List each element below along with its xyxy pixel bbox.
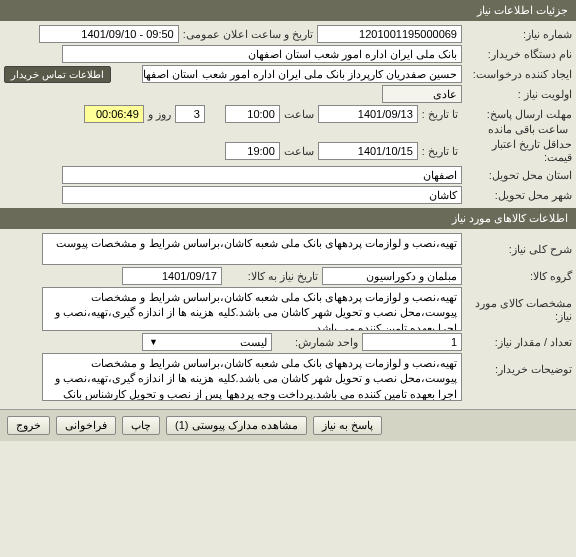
need-no-label: شماره نیاز: xyxy=(462,28,572,41)
group-field[interactable]: مبلمان و دکوراسیون xyxy=(322,267,462,285)
contact-buyer-button[interactable]: اطلاعات تماس خریدار xyxy=(4,66,111,83)
spec-field[interactable]: تهیه،نصب و لوازمات پردههای بانک ملی شعبه… xyxy=(42,287,462,331)
exit-button[interactable]: خروج xyxy=(7,416,50,435)
until-label-2: تا تاریخ : xyxy=(418,145,462,158)
details-header: جزئیات اطلاعات نیاز xyxy=(0,0,576,21)
deadline-time-field[interactable]: 10:00 xyxy=(225,105,280,123)
need-no-field[interactable]: 1201001195000069 xyxy=(317,25,462,43)
buyer-notes-label: توضیحات خریدار: xyxy=(462,353,572,376)
need-date-field[interactable]: 1401/09/17 xyxy=(122,267,222,285)
countdown-field: 00:06:49 xyxy=(84,105,144,123)
desc-field[interactable]: تهیه،نصب و لوازمات پردههای بانک ملی شعبه… xyxy=(42,233,462,265)
province-field[interactable]: اصفهان xyxy=(62,166,462,184)
remaining-label: ساعت باقی مانده xyxy=(484,123,572,136)
need-date-label: تاریخ نیاز به کالا: xyxy=(222,270,322,283)
deadline-label: مهلت ارسال پاسخ: xyxy=(462,108,572,121)
time-label-1: ساعت xyxy=(280,108,318,121)
clipboard-button[interactable]: فراخوانی xyxy=(56,416,116,435)
province-label: استان محل تحویل: xyxy=(462,169,572,182)
creator-field[interactable]: حسین صفدریان کارپرداز بانک ملی ایران ادا… xyxy=(142,65,462,83)
respond-button[interactable]: پاسخ به نیاز xyxy=(313,416,382,435)
until-time-field[interactable]: 19:00 xyxy=(225,142,280,160)
buyer-notes-field[interactable]: تهیه،نصب و لوازمات پردههای بانک ملی شعبه… xyxy=(42,353,462,401)
desc-label: شرح کلی نیاز: xyxy=(462,243,572,256)
unit-value: لیست xyxy=(240,336,267,349)
creator-label: ایجاد کننده درخواست: xyxy=(462,68,572,81)
qty-label: تعداد / مقدار نیاز: xyxy=(462,336,572,349)
city-label: شهر محل تحویل: xyxy=(462,189,572,202)
chevron-down-icon: ▼ xyxy=(147,337,160,347)
days-field: 3 xyxy=(175,105,205,123)
buyer-field[interactable]: بانک ملی ایران اداره امور شعب استان اصفه… xyxy=(62,45,462,63)
price-validity-label: حداقل تاریخ اعتبار قیمت: xyxy=(462,138,572,164)
spec-label: مشخصات کالای مورد نیاز: xyxy=(462,287,572,323)
action-bar: پاسخ به نیاز مشاهده مدارک پیوستی (1) چاپ… xyxy=(0,409,576,441)
goods-section: شرح کلی نیاز: تهیه،نصب و لوازمات پردههای… xyxy=(0,229,576,405)
until-label-1: تا تاریخ : xyxy=(418,108,462,121)
goods-header: اطلاعات کالاهای مورد نیاز xyxy=(0,208,576,229)
priority-field: عادی xyxy=(382,85,462,103)
attachments-button[interactable]: مشاهده مدارک پیوستی (1) xyxy=(166,416,307,435)
pub-datetime-field[interactable]: 09:50 - 1401/09/10 xyxy=(39,25,179,43)
pub-datetime-label: تاریخ و ساعت اعلان عمومی: xyxy=(179,28,317,41)
until-date-field[interactable]: 1401/10/15 xyxy=(318,142,418,160)
deadline-date-field[interactable]: 1401/09/13 xyxy=(318,105,418,123)
print-button[interactable]: چاپ xyxy=(122,416,160,435)
time-label-2: ساعت xyxy=(280,145,318,158)
city-field[interactable]: کاشان xyxy=(62,186,462,204)
need-details-section: شماره نیاز: 1201001195000069 تاریخ و ساع… xyxy=(0,21,576,208)
days-and-label: روز و xyxy=(144,108,175,121)
unit-dropdown[interactable]: لیست ▼ xyxy=(142,333,272,351)
priority-label: اولویت نیاز : xyxy=(462,88,572,101)
buyer-label: نام دستگاه خریدار: xyxy=(462,48,572,61)
group-label: گروه کالا: xyxy=(462,270,572,283)
unit-label: واحد شمارش: xyxy=(272,336,362,349)
qty-field[interactable]: 1 xyxy=(362,333,462,351)
